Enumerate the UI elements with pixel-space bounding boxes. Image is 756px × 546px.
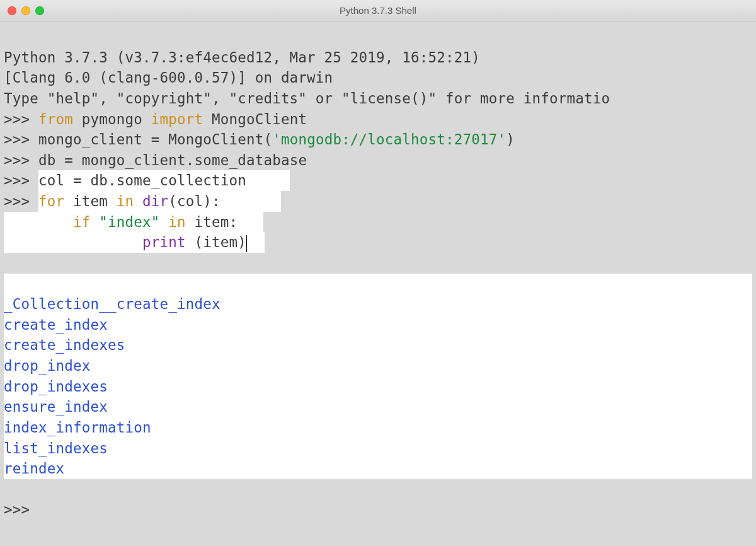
code-indent: [4, 234, 142, 250]
code-token: item:: [186, 214, 238, 230]
code-token: db = mongo_client.some_database: [38, 152, 307, 168]
output-line: reindex: [4, 460, 64, 477]
zoom-icon[interactable]: [35, 6, 44, 15]
output-line: create_index: [4, 317, 108, 333]
text-cursor: [246, 235, 248, 252]
code-token: for: [38, 193, 64, 209]
output-line: _Collection__create_index: [4, 296, 220, 312]
code-token: print: [142, 234, 186, 250]
prompt: >>>: [4, 193, 38, 209]
code-indent: [4, 214, 73, 230]
shell-viewport[interactable]: Python 3.7.3 (v3.7.3:ef4ec6ed12, Mar 25 …: [0, 21, 756, 525]
highlighted-code: if "index" in item:: [4, 212, 263, 233]
window-titlebar: Python 3.7.3 Shell: [0, 0, 756, 21]
prompt: >>>: [4, 152, 38, 168]
highlighted-code: for item in dir(col):: [38, 191, 281, 212]
output-line: index_information: [4, 419, 151, 436]
code-token: "index": [99, 214, 159, 230]
code-token: col = db.some_collection: [38, 172, 246, 189]
output-line: list_indexes: [4, 440, 108, 456]
output-line: drop_indexes: [4, 378, 108, 395]
code-token: (item): [186, 234, 246, 250]
banner-line: [Clang 6.0 (clang-600.0.57)] on darwin: [4, 69, 333, 86]
code-token: [90, 214, 99, 230]
code-token: pymongo: [73, 111, 151, 127]
code-token: import: [151, 111, 203, 127]
code-token: dir: [134, 193, 168, 209]
prompt: >>>: [4, 172, 38, 189]
minimize-icon[interactable]: [21, 6, 30, 15]
banner-line: Type "help", "copyright", "credits" or "…: [4, 90, 610, 107]
banner-line: Python 3.7.3 (v3.7.3:ef4ec6ed12, Mar 25 …: [4, 49, 489, 66]
output-line: create_indexes: [4, 337, 125, 353]
code-token: item: [64, 193, 116, 209]
close-icon[interactable]: [8, 6, 16, 15]
prompt: >>>: [4, 501, 38, 518]
output-line: drop_index: [4, 357, 90, 374]
prompt: >>>: [4, 131, 38, 148]
code-token: [159, 214, 168, 230]
code-token: if: [73, 214, 91, 230]
highlighted-code: print (item): [4, 232, 265, 253]
highlighted-code: col = db.some_collection: [38, 170, 290, 191]
output-line: ensure_index: [4, 398, 108, 415]
code-token: ): [506, 131, 515, 148]
code-token: in: [168, 214, 186, 230]
code-token: in: [117, 193, 134, 209]
prompt: >>>: [4, 111, 38, 127]
code-token: (col):: [168, 193, 220, 209]
code-token: mongo_client = MongoClient(: [38, 131, 272, 148]
code-token: 'mongodb://localhost:27017': [272, 131, 506, 148]
code-token: from: [38, 111, 73, 127]
code-token: MongoClient: [203, 111, 307, 127]
window-title: Python 3.7.3 Shell: [0, 5, 756, 16]
output-block: _Collection__create_index create_index c…: [4, 274, 752, 479]
traffic-lights: [8, 6, 44, 15]
